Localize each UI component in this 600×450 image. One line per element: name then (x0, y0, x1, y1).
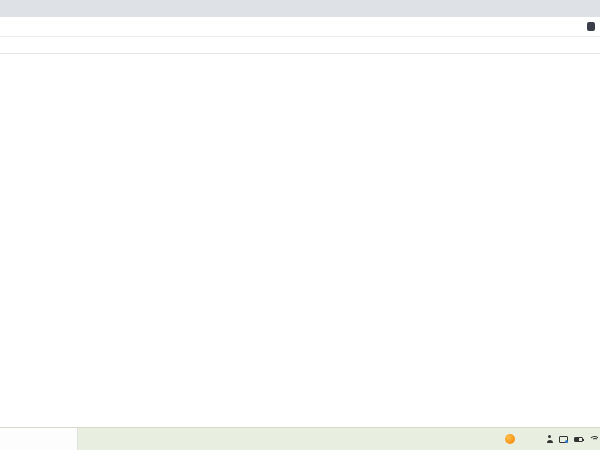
search-box[interactable] (0, 428, 78, 450)
wifi-icon[interactable] (589, 436, 598, 443)
battery-icon[interactable] (574, 437, 583, 442)
taskbar (0, 427, 600, 450)
page-content-plat-map[interactable] (0, 54, 600, 427)
system-tray (534, 435, 598, 443)
tab-strip (0, 0, 600, 17)
extension-pin-icon[interactable] (587, 22, 595, 31)
weather-widget[interactable] (505, 434, 519, 444)
cast-display-icon[interactable] (559, 436, 568, 443)
sun-icon (505, 434, 515, 444)
bookmarks-bar (0, 37, 600, 54)
plat-map-drawing (0, 54, 600, 427)
address-bar[interactable] (0, 17, 600, 37)
desktop (0, 0, 600, 450)
contact-person-icon[interactable] (546, 435, 553, 443)
